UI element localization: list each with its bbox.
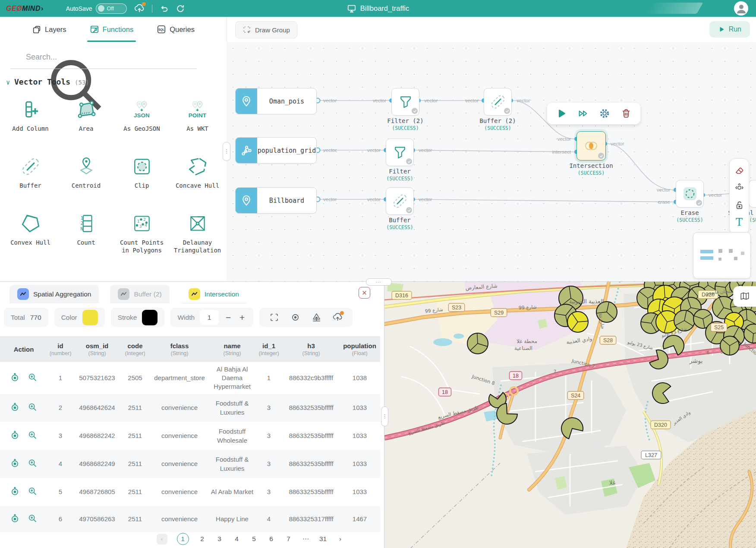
minimap-preview[interactable] [693, 232, 751, 279]
width-plus-button[interactable]: + [238, 312, 246, 323]
zoom-in-icon[interactable] [28, 513, 38, 525]
result-tab-spatial-aggregation[interactable]: Spatial Aggregation [9, 285, 99, 303]
tool-clip[interactable]: Clip [114, 150, 170, 207]
column-header-h3[interactable]: h3(String) [283, 342, 339, 356]
tool-add-column[interactable]: Add Column [3, 93, 58, 150]
result-tab-intersection[interactable]: Intersection [181, 285, 247, 303]
map-resize-handle[interactable]: ⁝ [381, 406, 388, 426]
visibility-icon[interactable] [290, 312, 301, 323]
sort-icon[interactable] [194, 50, 205, 61]
zoom-in-icon[interactable] [28, 372, 38, 384]
locate-icon[interactable] [10, 402, 20, 414]
eraser-icon[interactable] [734, 165, 745, 176]
source-node-oman-pois[interactable]: Oman_pois [235, 88, 317, 114]
redo-icon[interactable] [176, 4, 185, 13]
table-row[interactable]: 150753216232505department_storeAl Bahja … [0, 362, 380, 394]
page-31[interactable]: 31 [319, 535, 327, 543]
cloud-sync-icon[interactable] [134, 3, 145, 14]
stroke-chip[interactable]: Stroke [111, 308, 165, 327]
zoom-in-icon[interactable] [28, 430, 38, 442]
page-3[interactable]: 3 [216, 535, 224, 543]
app-logo[interactable]: GEØMIND› [6, 5, 44, 13]
tool-count[interactable]: Count [58, 207, 114, 264]
zoom-in-icon[interactable] [28, 486, 38, 498]
locate-icon[interactable] [10, 486, 20, 498]
table-row[interactable]: 549687268052511convenienceAl Arab Market… [0, 478, 380, 506]
tool-count-points-in-polygons[interactable]: Count Points in Polygons [114, 207, 170, 264]
color-swatch[interactable] [82, 310, 98, 325]
result-tab-buffer-2-[interactable]: Buffer (2) [110, 285, 169, 303]
column-header-name[interactable]: name(String) [210, 342, 255, 356]
draw-group-button[interactable]: Draw Group [235, 21, 297, 38]
undo-icon[interactable] [159, 4, 169, 13]
tool-delaunay-triangulation[interactable]: Delaunay Triangulation [170, 207, 225, 264]
tool-buffer[interactable]: Buffer [3, 150, 58, 207]
function-node-intersection[interactable]: Intersection(SUCCESS) [576, 131, 606, 161]
color-chip[interactable]: Color [54, 308, 105, 327]
width-value[interactable]: 1 [200, 310, 219, 325]
table-row[interactable]: 649705862632511convenienceHappy Line4886… [0, 506, 380, 532]
search-input[interactable] [25, 50, 195, 64]
width-minus-button[interactable]: − [224, 312, 233, 323]
bottom-panel-resize-handle[interactable]: ⋯ [366, 278, 392, 286]
map-view[interactable]: D316S23S29S28S25S24D320D320L3271818 شارع… [384, 281, 756, 548]
section-header[interactable]: ∨ Vector Tools (53) [6, 77, 89, 86]
tool-convex-hull[interactable]: Convex Hull [3, 207, 58, 264]
source-node-population-grid[interactable]: population_grid [235, 137, 317, 164]
page-5[interactable]: 5 [250, 535, 258, 543]
fit-bounds-icon[interactable] [269, 312, 280, 323]
zoom-in-icon[interactable] [28, 402, 38, 414]
page-prev[interactable]: ‹ [157, 534, 167, 545]
gear-icon[interactable] [598, 107, 611, 120]
function-node-buffer[interactable]: Buffer(SUCCESS) [386, 187, 414, 215]
trash-icon[interactable] [620, 107, 632, 120]
tab-layers[interactable]: Layers [32, 17, 66, 42]
source-node-billboard[interactable]: Billboard [235, 187, 317, 214]
run-button[interactable]: Run [709, 21, 750, 38]
locate-icon[interactable] [10, 513, 20, 525]
column-header-osm-id[interactable]: osm_id(String) [73, 342, 121, 356]
column-header-action[interactable]: Action [0, 346, 47, 353]
function-node-filter[interactable]: Filter(SUCCESS) [386, 139, 414, 166]
function-node-filter-2-[interactable]: Filter (2)(SUCCESS) [391, 88, 419, 116]
column-header-code[interactable]: code(Integer) [121, 342, 149, 356]
function-node-spatial-aggregation[interactable]: Spatial Aggregation(SUCCESS) [749, 180, 756, 208]
locate-icon[interactable] [10, 372, 20, 384]
table-row[interactable]: 249686426242511convenienceFoodstuff & Lu… [0, 394, 380, 422]
column-header-population[interactable]: population(Float) [339, 342, 380, 356]
autosave-toggle[interactable]: Off [96, 3, 127, 14]
page-7[interactable]: 7 [285, 535, 293, 543]
column-header-fclass[interactable]: fclass(String) [149, 342, 210, 356]
locate-icon[interactable] [10, 458, 20, 470]
tab-queries[interactable]: Queries [157, 17, 195, 42]
page-4[interactable]: 4 [233, 535, 241, 543]
table-row[interactable]: 449686822492511convenienceFoodstuff & Lu… [0, 450, 380, 478]
node-canvas[interactable]: vectorvectorvectorvectorvectorvectorvect… [227, 42, 756, 281]
avatar[interactable] [734, 1, 748, 16]
unlock-icon[interactable] [734, 200, 745, 211]
page-next[interactable]: › [337, 535, 344, 543]
sidebar-resize-handle[interactable]: ⁝ [223, 142, 230, 161]
function-node-buffer-2-[interactable]: Buffer (2)(SUCCESS) [484, 88, 512, 116]
page-6[interactable]: 6 [268, 535, 275, 543]
cloud-upload-icon[interactable] [332, 312, 343, 323]
close-panel-button[interactable] [359, 287, 370, 299]
tool-concave-hull[interactable]: Concave Hull [170, 150, 225, 207]
stroke-swatch[interactable] [142, 310, 158, 325]
function-node-erase[interactable]: Erase(SUCCESS) [676, 180, 704, 208]
run-downstream-icon[interactable] [577, 107, 589, 120]
tool-centroid[interactable]: Centroid [58, 150, 114, 207]
export-layer-icon[interactable] [311, 312, 322, 323]
page-1[interactable]: 1 [177, 533, 189, 545]
zoom-in-icon[interactable] [28, 458, 38, 470]
tool-as-wkt[interactable]: POINTAs WKT [170, 93, 225, 150]
column-header-id[interactable]: id(number) [47, 342, 73, 356]
table-row[interactable]: 349686822422511convenienceFoodstuff Whol… [0, 422, 380, 450]
pan-icon[interactable] [734, 182, 745, 193]
page-2[interactable]: 2 [198, 535, 206, 543]
text-tool-icon[interactable]: T [734, 217, 745, 228]
tab-functions[interactable]: Functions [90, 17, 134, 42]
run-node-icon[interactable] [555, 107, 567, 120]
tool-area[interactable]: Area [58, 93, 114, 150]
page-⋯[interactable]: ⋯ [302, 535, 310, 543]
